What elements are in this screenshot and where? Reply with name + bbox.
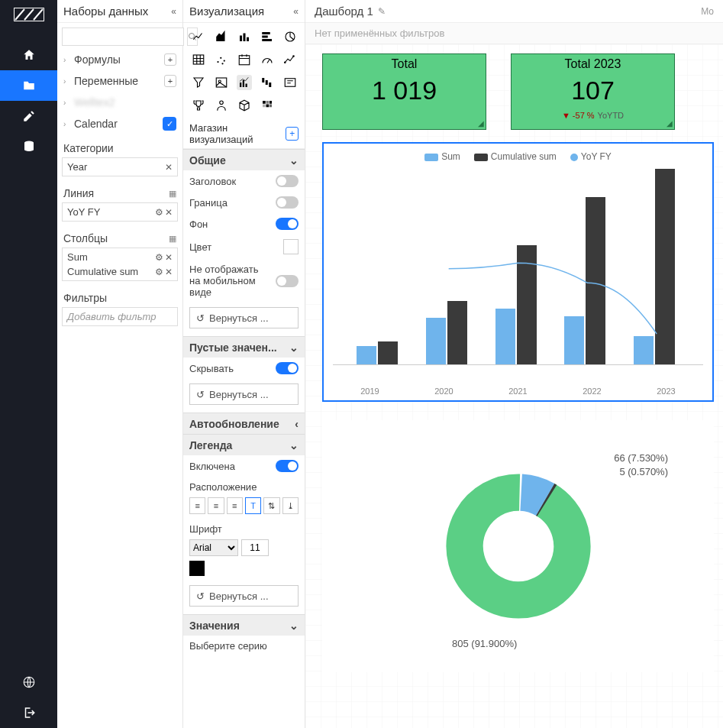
reset-common-button[interactable]: ↺Вернуться ... [189,307,299,328]
nav-rail [0,0,57,728]
viz-trophy-icon[interactable] [191,98,206,113]
remove-icon[interactable]: ✕ [165,267,173,277]
nav-home[interactable] [0,40,57,70]
svg-rect-7 [262,32,270,34]
toggle-hideempty[interactable] [276,362,299,374]
tree-calendar[interactable]: ›Calendar✓ [63,113,176,134]
viz-combo-icon[interactable] [237,75,252,90]
reset-legend-button[interactable]: ↺Вернуться ... [189,585,299,607]
remove-icon[interactable]: ✕ [165,162,173,173]
chevron-down-icon: ⌄ [289,439,299,451]
reset-empty-button[interactable]: ↺Вернуться ... [189,383,299,405]
collapse-datasets-icon[interactable]: « [171,6,176,17]
svg-point-35 [444,473,591,620]
color-swatch[interactable] [283,239,299,254]
add-variable-icon[interactable]: + [164,75,176,87]
tree-dataset-hidden[interactable]: ›Welltex2 [63,92,176,113]
line-dropzone[interactable]: YoY FY⚙✕ [62,202,178,222]
pill-yoyfy[interactable]: YoY FY⚙✕ [64,205,176,219]
viz-gauge-icon[interactable] [260,52,275,67]
tree-formulas[interactable]: ›Формулы+ [63,49,176,70]
nav-language[interactable] [0,667,57,697]
viz-text-icon[interactable] [282,75,298,90]
viz-calendar-icon[interactable] [237,52,252,67]
edit-title-icon[interactable]: ✎ [378,6,386,17]
viz-scatter-icon[interactable] [214,52,229,67]
viz-funnel-icon[interactable] [191,75,206,90]
gear-icon[interactable]: ⚙ [155,207,163,218]
prop-hidemobile-label: Не отображать на мобильном виде [189,264,266,298]
combo-chart[interactable]: Sum Cumulative sum YoY FY 20192020202120… [322,142,714,402]
svg-rect-24 [262,78,264,83]
viz-person-icon[interactable] [214,98,229,113]
nav-logout[interactable] [0,697,57,728]
pos-middle[interactable]: ⇅ [263,497,279,514]
font-select[interactable]: Arial [189,539,238,556]
toggle-background[interactable] [276,218,299,230]
remove-icon[interactable]: ✕ [165,252,173,263]
section-legend[interactable]: Легенда⌄ [183,434,305,455]
viz-waterfall-icon[interactable] [260,75,275,90]
donut-label-2: 805 (91.900%) [452,638,517,649]
nav-folder[interactable] [0,70,57,101]
pos-top[interactable]: T [245,497,261,514]
svg-rect-5 [244,34,246,42]
svg-rect-34 [270,105,272,108]
font-size-input[interactable] [241,539,269,556]
svg-point-12 [217,61,218,63]
toggle-border[interactable] [276,196,299,209]
section-empty[interactable]: Пустые значен...⌄ [183,336,305,358]
viz-cube-icon[interactable] [237,98,252,113]
viz-trend-icon[interactable] [282,52,298,67]
viz-bar-icon[interactable] [237,29,252,44]
grid-icon[interactable]: ▦ [169,234,176,244]
pos-center[interactable]: ≡ [208,497,224,514]
viz-line-icon[interactable] [191,29,206,44]
add-filter-input[interactable]: Добавить фильтр [62,307,178,326]
section-common[interactable]: Общие⌄ [183,149,305,170]
nav-database[interactable] [0,131,57,162]
pill-year[interactable]: Year✕ [64,160,176,174]
section-autorefresh[interactable]: Автообновление‹ [183,413,305,434]
categories-dropzone[interactable]: Year✕ [62,157,178,176]
toggle-hidemobile[interactable] [276,275,299,287]
grid-icon[interactable]: ▦ [169,189,176,199]
gear-icon[interactable]: ⚙ [155,267,163,277]
pill-cumsum[interactable]: Cumulative sum⚙✕ [64,264,176,279]
viz-area-icon[interactable] [214,29,229,44]
prop-legend-position-label: Расположение [189,481,257,493]
remove-icon[interactable]: ✕ [165,207,173,218]
viz-table-icon[interactable] [191,52,206,67]
undo-icon: ↺ [196,389,205,400]
pill-sum[interactable]: Sum⚙✕ [64,250,176,264]
pos-left[interactable]: ≡ [189,497,205,514]
columns-dropzone[interactable]: Sum⚙✕ Cumulative sum⚙✕ [62,248,178,281]
pos-right[interactable]: ≡ [227,497,243,514]
svg-rect-16 [239,56,250,65]
viz-heatmap-icon[interactable] [260,98,275,113]
check-icon[interactable]: ✓ [163,117,176,131]
tree-variables[interactable]: ›Переменные+ [63,70,176,92]
viz-shop-add-icon[interactable]: + [286,127,299,141]
kpi-total[interactable]: Total 1 019 ◢ [322,53,486,130]
svg-rect-6 [247,37,249,41]
donut-chart[interactable]: 66 (7.530%) 5 (0.570%) 805 (91.900%) [322,420,714,672]
font-color-swatch[interactable] [189,561,205,576]
dashboard-title: Дашборд 1 [315,5,373,18]
viz-pie-icon[interactable] [282,29,298,44]
toggle-header[interactable] [276,175,299,187]
kpi-total-2023[interactable]: Total 2023 107 ▼ -57 %YoYTD ◢ [511,53,675,130]
datasets-search-input[interactable] [62,28,184,46]
collapse-viz-icon[interactable]: « [293,6,299,17]
add-formula-icon[interactable]: + [164,53,176,66]
viz-shop-label: Магазин визуализаций [189,122,286,145]
gear-icon[interactable]: ⚙ [155,252,163,263]
pos-bottom[interactable]: ⤓ [282,497,299,514]
resize-handle-icon[interactable]: ◢ [667,119,673,128]
viz-image-icon[interactable] [214,75,229,90]
resize-handle-icon[interactable]: ◢ [478,119,484,128]
toggle-legend-enabled[interactable] [276,460,299,472]
nav-settings[interactable] [0,101,57,131]
section-values[interactable]: Значения⌄ [183,614,305,636]
viz-hbar-icon[interactable] [260,29,275,44]
